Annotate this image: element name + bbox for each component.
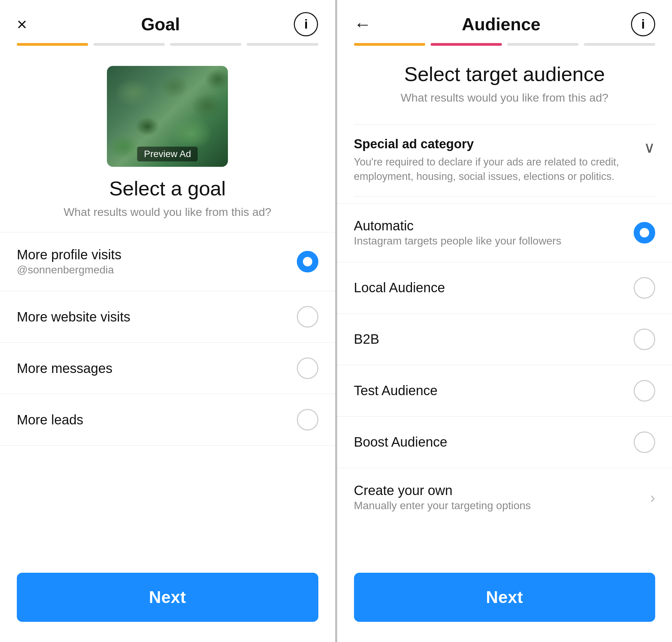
audience-radio-test[interactable] — [634, 380, 655, 401]
audience-label-boost: Boost Audience — [354, 435, 634, 450]
goal-options-list: More profile visits @sonnenbergmedia Mor… — [0, 232, 335, 563]
right-next-btn-container: Next — [337, 563, 672, 642]
left-panel-title: Goal — [141, 14, 180, 34]
right-panel: ← Audience i Select target audience What… — [337, 0, 672, 642]
audience-label-automatic: Automatic — [354, 218, 634, 233]
audience-option-create-own[interactable]: Create your own Manually enter your targ… — [337, 468, 672, 527]
left-progress-bar — [0, 43, 335, 46]
preview-container: Preview Ad — [0, 52, 335, 177]
chevron-down-icon: ∨ — [644, 138, 655, 156]
goal-option-leads[interactable]: More leads — [0, 394, 335, 446]
audience-option-automatic[interactable]: Automatic Instagram targets people like … — [337, 203, 672, 262]
audience-option-b2b[interactable]: B2B — [337, 313, 672, 365]
progress-step-1 — [17, 43, 88, 46]
radio-button-3[interactable] — [297, 358, 318, 379]
right-info-button[interactable]: i — [631, 12, 655, 36]
right-progress-step-4 — [584, 43, 655, 46]
back-button[interactable]: ← — [354, 15, 372, 33]
left-next-btn-container: Next — [0, 563, 335, 642]
radio-button-2[interactable] — [297, 306, 318, 328]
left-section-subtitle: What results would you like from this ad… — [17, 205, 318, 219]
goal-option-website-visits[interactable]: More website visits — [0, 291, 335, 342]
goal-option-label-4: More leads — [17, 412, 297, 427]
goal-option-sublabel-1: @sonnenbergmedia — [17, 264, 297, 276]
audience-radio-b2b[interactable] — [634, 329, 655, 350]
audience-label-b2b: B2B — [354, 332, 634, 347]
progress-step-2 — [93, 43, 165, 46]
info-icon: i — [304, 17, 308, 31]
audience-label-test: Test Audience — [354, 383, 634, 398]
right-progress-step-3 — [507, 43, 579, 46]
right-header: ← Audience i — [337, 0, 672, 43]
radio-button-1[interactable] — [297, 251, 318, 272]
right-section-title: Select target audience — [354, 63, 656, 86]
radio-button-4[interactable] — [297, 409, 318, 431]
right-panel-title: Audience — [462, 14, 541, 34]
special-ad-category-section: Special ad category You're required to d… — [354, 125, 656, 196]
goal-option-messages[interactable]: More messages — [0, 342, 335, 394]
audience-label-local: Local Audience — [354, 280, 634, 295]
right-next-button[interactable]: Next — [354, 573, 656, 622]
audience-radio-local[interactable] — [634, 277, 655, 299]
preview-label: Preview Ad — [137, 146, 198, 162]
right-section-subtitle: What results would you like from this ad… — [354, 91, 656, 104]
special-ad-label: Special ad category — [354, 137, 637, 151]
right-progress-step-1 — [354, 43, 425, 46]
audience-radio-automatic[interactable] — [634, 222, 655, 243]
audience-option-boost[interactable]: Boost Audience — [337, 416, 672, 468]
create-own-label: Create your own — [354, 483, 650, 498]
special-ad-category-row[interactable]: Special ad category You're required to d… — [354, 137, 656, 184]
goal-option-label-1: More profile visits — [17, 247, 297, 262]
progress-step-3 — [170, 43, 241, 46]
left-info-button[interactable]: i — [294, 12, 318, 36]
special-ad-desc: You're required to declare if your ads a… — [354, 155, 637, 184]
goal-option-label-3: More messages — [17, 361, 297, 376]
audience-radio-boost[interactable] — [634, 432, 655, 453]
audience-sublabel-automatic: Instagram targets people like your follo… — [354, 235, 634, 247]
left-panel: × Goal i Preview Ad Select a goal What r… — [0, 0, 335, 642]
audience-option-test[interactable]: Test Audience — [337, 365, 672, 416]
left-section-title: Select a goal — [17, 177, 318, 200]
audience-options-list: Automatic Instagram targets people like … — [337, 203, 672, 563]
preview-image[interactable]: Preview Ad — [107, 66, 228, 167]
goal-option-profile-visits[interactable]: More profile visits @sonnenbergmedia — [0, 232, 335, 291]
chevron-right-icon: › — [650, 488, 655, 506]
left-header: × Goal i — [0, 0, 335, 43]
right-info-icon: i — [642, 17, 645, 31]
left-next-button[interactable]: Next — [17, 573, 318, 622]
close-button[interactable]: × — [17, 15, 27, 33]
goal-option-label-2: More website visits — [17, 309, 297, 324]
right-progress-bar — [337, 43, 672, 46]
create-own-sublabel: Manually enter your targeting options — [354, 499, 650, 512]
audience-option-local[interactable]: Local Audience — [337, 262, 672, 313]
right-progress-step-2 — [431, 43, 502, 46]
progress-step-4 — [247, 43, 318, 46]
